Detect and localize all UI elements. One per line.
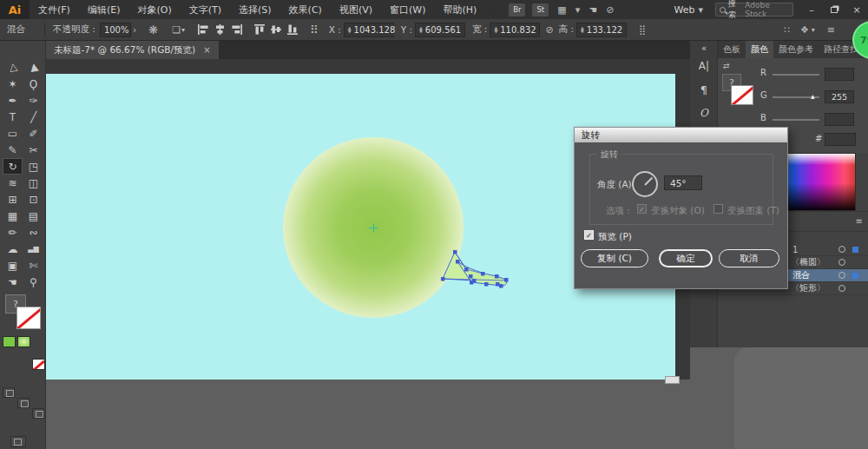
minimize-button[interactable]: – xyxy=(800,2,823,17)
angle-input[interactable]: 45° xyxy=(664,175,702,190)
document-tab[interactable]: 未标题-7* @ 66.67% (RGB/预览) × xyxy=(46,41,219,59)
r-slider[interactable] xyxy=(773,74,819,76)
align-left-button[interactable] xyxy=(197,23,210,36)
document-setup-icon[interactable]: ❏ xyxy=(172,24,181,36)
menu-edit[interactable]: 编辑(E) xyxy=(79,0,129,19)
width-input[interactable]: ▲▼ 110.832 xyxy=(490,23,540,37)
align-bottom-button[interactable] xyxy=(286,23,299,36)
tool-slice[interactable]: ✄ xyxy=(23,257,43,274)
menu-help[interactable]: 帮助(H) xyxy=(434,0,485,19)
target-icon[interactable] xyxy=(838,285,845,292)
stepper-icon[interactable]: ▲▼ xyxy=(494,26,497,33)
none-fill-button[interactable] xyxy=(32,359,45,370)
angle-dial[interactable] xyxy=(632,171,658,197)
stroke-none-indicator[interactable] xyxy=(16,307,41,329)
chevron-right-icon[interactable]: › xyxy=(133,24,136,36)
tab-color[interactable]: 颜色 xyxy=(746,41,773,58)
target-icon[interactable] xyxy=(838,246,845,253)
panel-menu-icon[interactable]: ≡ xyxy=(856,216,863,226)
stepper-icon[interactable]: ▲▼ xyxy=(581,26,584,33)
tool-shape-builder[interactable]: ◫ xyxy=(23,175,43,191)
align-center-h-button[interactable] xyxy=(214,23,227,36)
transform-object-checkbox[interactable]: ✓ xyxy=(637,204,647,214)
tool-mesh[interactable]: ▦ xyxy=(3,208,23,224)
menu-view[interactable]: 视图(V) xyxy=(331,0,381,19)
menu-object[interactable]: 对象(O) xyxy=(128,0,180,19)
tool-hand[interactable]: ☚ xyxy=(3,274,23,290)
tool-eyedropper[interactable]: ✏ xyxy=(3,224,23,241)
tool-rotate[interactable]: ↻ xyxy=(3,158,23,175)
restore-button[interactable] xyxy=(823,2,845,17)
r-value-input[interactable] xyxy=(825,68,854,81)
tab-color-guide[interactable]: 颜色参考 xyxy=(773,41,819,58)
preview-target-label[interactable]: Web xyxy=(674,4,694,16)
copy-button[interactable]: 复制 (C) xyxy=(581,249,648,267)
b-value-input[interactable] xyxy=(825,113,854,126)
adobe-stock-search[interactable]: 搜索 Adobe Stock xyxy=(715,3,793,17)
cancel-button[interactable]: 取消 xyxy=(719,249,779,267)
tool-magic-wand[interactable]: ✶ xyxy=(3,76,23,92)
dots-icon[interactable]: ∷ xyxy=(784,24,790,36)
tool-lasso[interactable]: Ϙ xyxy=(23,76,43,92)
tool-column-graph[interactable]: ▃▆ xyxy=(23,241,43,257)
screen-mode-button[interactable] xyxy=(10,436,26,447)
color-fill-button[interactable] xyxy=(3,336,16,347)
hex-input[interactable] xyxy=(825,133,856,146)
tool-rectangle[interactable]: ▭ xyxy=(3,125,23,142)
target-icon[interactable] xyxy=(838,259,845,266)
menu-window[interactable]: 窗口(W) xyxy=(381,0,434,19)
height-input[interactable]: ▲▼ 133.122 xyxy=(576,23,627,37)
align-top-button[interactable] xyxy=(253,23,266,36)
tool-line[interactable]: ╱ xyxy=(23,109,43,125)
preview-checkbox[interactable]: ✓ xyxy=(584,230,594,240)
b-slider[interactable] xyxy=(773,119,819,121)
selected-blend-shape[interactable] xyxy=(382,234,521,300)
opentype-panel-icon[interactable]: O xyxy=(690,107,718,119)
draw-normal-button[interactable] xyxy=(3,387,15,398)
align-right-button[interactable] xyxy=(230,23,243,36)
draw-inside-button[interactable] xyxy=(32,408,44,419)
tool-blend[interactable]: ∾ xyxy=(23,224,43,241)
tool-type[interactable]: T xyxy=(3,109,23,125)
tool-gradient[interactable]: ▤ xyxy=(23,208,43,224)
tool-pen[interactable]: ✒ xyxy=(3,92,23,109)
align-center-v-button[interactable] xyxy=(270,23,283,36)
menu-select[interactable]: 选择(S) xyxy=(230,0,280,19)
tool-zoom[interactable]: ⚲ xyxy=(23,274,43,290)
tab-close-icon[interactable]: × xyxy=(203,45,210,55)
menu-file[interactable]: 文件(F) xyxy=(30,0,79,19)
tool-curvature[interactable]: ✑ xyxy=(23,92,43,109)
chevron-down-icon[interactable]: ▾ xyxy=(812,26,815,34)
chevron-down-icon[interactable]: ▾ xyxy=(181,26,185,34)
menu-type[interactable]: 文字(T) xyxy=(181,0,230,19)
swap-fill-stroke-icon[interactable]: ⇄ xyxy=(723,62,730,70)
dialog-title-bar[interactable]: 旋转 xyxy=(575,128,787,142)
g-value-input[interactable]: 255 xyxy=(825,90,854,103)
y-input[interactable]: ▲▼ 609.561 xyxy=(415,23,465,37)
ok-button[interactable]: 确定 xyxy=(659,249,713,267)
tool-perspective-grid[interactable]: ⊞ xyxy=(3,191,23,208)
screen-mode-icon[interactable]: ⊘ xyxy=(606,4,614,16)
g-slider-handle[interactable]: ▲ xyxy=(811,93,815,99)
distribute-grid-icon[interactable]: ⠿ xyxy=(310,23,319,36)
close-button[interactable]: × xyxy=(845,2,868,17)
selection-square-icon[interactable] xyxy=(852,273,858,279)
paragraph-panel-icon[interactable]: ¶ xyxy=(690,83,718,96)
stock-button[interactable]: St xyxy=(532,3,549,17)
style-icon[interactable]: ❋ xyxy=(148,23,158,36)
tool-paintbrush[interactable]: ✐ xyxy=(23,125,43,142)
hamburger-icon[interactable]: ≡ xyxy=(827,24,835,36)
character-panel-icon[interactable]: A| xyxy=(690,60,718,72)
bridge-button[interactable]: Br xyxy=(509,3,525,17)
stroke-proxy-none[interactable] xyxy=(731,85,753,105)
tool-scissors[interactable]: ✂ xyxy=(23,142,43,158)
tool-width[interactable]: ≋ xyxy=(3,175,23,191)
transform-pattern-checkbox[interactable] xyxy=(713,204,723,214)
menu-effect[interactable]: 效果(C) xyxy=(280,0,331,19)
workspace-switcher-icon[interactable]: ❖ xyxy=(800,24,809,36)
transform-reference-icon[interactable]: ⣿ xyxy=(639,24,646,36)
tool-scale[interactable]: ◳ xyxy=(23,158,43,175)
link-dimensions-icon[interactable]: ⊘ xyxy=(545,24,553,36)
tool-perspective-selection[interactable]: ⊡ xyxy=(23,191,43,208)
arrange-documents-icon[interactable]: ▦ xyxy=(557,4,566,16)
